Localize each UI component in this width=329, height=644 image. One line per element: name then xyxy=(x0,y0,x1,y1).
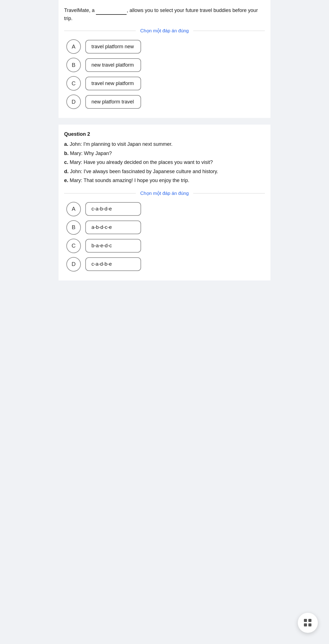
question1-option-b[interactable]: B new travel platform xyxy=(66,58,263,72)
option-d-circle: D xyxy=(66,95,81,109)
question2-body: a. John: I'm planning to visit Japan nex… xyxy=(64,140,265,185)
section-separator xyxy=(59,121,270,125)
question1-option-a[interactable]: A travel platform new xyxy=(66,39,263,54)
question2-option-d[interactable]: D c-a-d-b-e xyxy=(66,257,263,272)
q2-option-c-box: b-a-e-d-c xyxy=(85,239,141,253)
intro-blank xyxy=(96,7,127,15)
option-c-box: travel new platform xyxy=(85,77,141,90)
q2-line-c: c. Mary: Have you already decided on the… xyxy=(64,158,265,167)
question1-divider: Chọn một đáp án đúng xyxy=(64,28,265,34)
q2-option-d-box: c-a-d-b-e xyxy=(85,257,141,271)
question1-options: A travel platform new B new travel platf… xyxy=(64,39,265,109)
intro-before: TravelMate, a xyxy=(64,8,96,13)
q2-line-b: b. Mary: Why Japan? xyxy=(64,149,265,158)
question2-card: Question 2 a. John: I'm planning to visi… xyxy=(59,125,270,280)
option-a-box: travel platform new xyxy=(85,40,141,54)
question2-option-a[interactable]: A c-a-b-d-e xyxy=(66,202,263,216)
q2-option-a-circle: A xyxy=(66,202,81,216)
option-b-circle: B xyxy=(66,58,81,72)
option-a-circle: A xyxy=(66,39,81,54)
question1-choose-label: Chọn một đáp án đúng xyxy=(136,28,193,34)
option-d-box: new platform travel xyxy=(85,95,141,109)
q2-option-a-box: c-a-b-d-e xyxy=(85,202,141,216)
q2-option-d-circle: D xyxy=(66,257,81,272)
question2-choose-label: Chọn một đáp án đúng xyxy=(136,190,193,196)
q2-line-a: a. John: I'm planning to visit Japan nex… xyxy=(64,140,265,149)
question2-divider: Chọn một đáp án đúng xyxy=(64,190,265,196)
q2-line-e: e. Mary: That sounds amazing! I hope you… xyxy=(64,176,265,185)
question1-option-d[interactable]: D new platform travel xyxy=(66,95,263,109)
q2-option-b-box: a-b-d-c-e xyxy=(85,221,141,234)
divider-line-right xyxy=(193,31,265,31)
question2-option-b[interactable]: B a-b-d-c-e xyxy=(66,220,263,235)
q2-option-b-circle: B xyxy=(66,220,81,235)
divider2-line-right xyxy=(193,193,265,193)
option-c-circle: C xyxy=(66,76,81,91)
q2-option-c-circle: C xyxy=(66,239,81,253)
question1-intro: TravelMate, a , allows you to select you… xyxy=(64,7,265,22)
divider2-line-left xyxy=(64,193,136,193)
option-b-box: new travel platform xyxy=(85,58,141,72)
question2-options: A c-a-b-d-e B a-b-d-c-e C b-a-e-d-c D c-… xyxy=(64,202,265,272)
question2-label: Question 2 xyxy=(64,131,265,137)
divider-line-left xyxy=(64,31,136,31)
question1-option-c[interactable]: C travel new platform xyxy=(66,76,263,91)
q2-line-d: d. John: I've always been fascinated by … xyxy=(64,167,265,176)
question1-card: TravelMate, a , allows you to select you… xyxy=(59,0,270,118)
question2-option-c[interactable]: C b-a-e-d-c xyxy=(66,239,263,253)
